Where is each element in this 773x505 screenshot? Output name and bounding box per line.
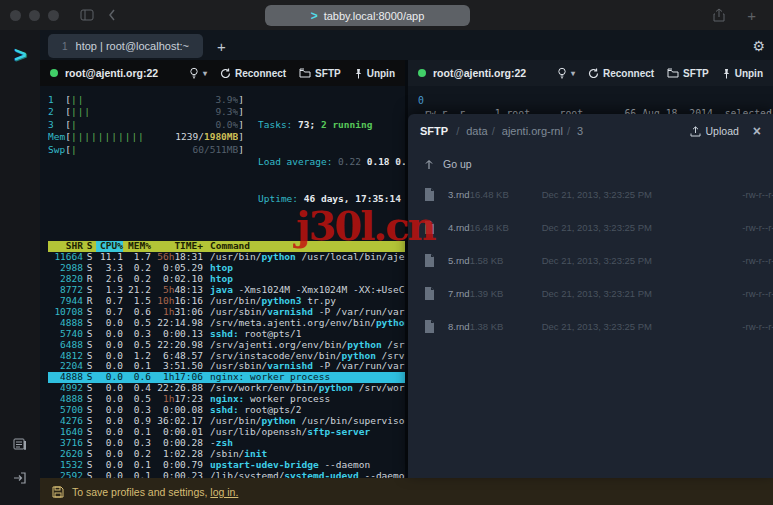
- terminal-pane-right: root@ajenti.org:22 ▾ Reconnect: [408, 60, 773, 478]
- breadcrumb-segment[interactable]: data: [454, 125, 488, 137]
- close-window-icon[interactable]: [10, 10, 21, 21]
- tabby-app-window: > tabby.local:8000/app + > 1: [0, 0, 773, 505]
- htop-process-row[interactable]: 2988 S 3.3 0.2 0:05.29 htop: [48, 263, 405, 274]
- htop-table-header[interactable]: SHR S CPU% MEM% TIME+ Command: [48, 241, 405, 252]
- new-tab-button[interactable]: +: [217, 38, 226, 55]
- htop-process-row[interactable]: 4888 S 0.0 0.6 1h17:06 nginx: worker pro…: [48, 372, 405, 383]
- tab-htop[interactable]: 1 htop | root@localhost:~: [48, 34, 203, 58]
- back-icon[interactable]: [108, 9, 116, 21]
- unpin-button[interactable]: Unpin: [354, 68, 395, 79]
- connection-status-icon: [50, 69, 58, 77]
- file-icon: [424, 221, 448, 234]
- terminal-pane-left: root@ajenti.org:22 ▾ Reconnect: [40, 60, 408, 478]
- htop-process-row[interactable]: 3716 S 0.0 0.3 0:00.28 -zsh: [48, 438, 405, 449]
- sftp-breadcrumb: dataajenti.org-rnl3: [454, 125, 585, 137]
- file-icon: [424, 287, 448, 300]
- cpu-meter: 2 [|||9.3%]: [48, 106, 244, 118]
- sign-in-icon[interactable]: [13, 471, 27, 489]
- sftp-panel: SFTP dataajenti.org-rnl3 Upload ×: [408, 114, 773, 478]
- htop-terminal[interactable]: 1 [||3.9%] 2 [|||9.3%] 3 [|0.0%] Mem[|||…: [40, 86, 405, 478]
- htop-process-row[interactable]: 5740 S 0.0 0.3 0:00.13 sshd: root@pts/1: [48, 329, 405, 340]
- save-floppy-icon: [52, 486, 64, 498]
- sftp-file-row[interactable]: 3.rnd 16.48 KB Dec 21, 2013, 3:23:25 PM …: [420, 178, 761, 211]
- close-icon[interactable]: ×: [753, 124, 761, 138]
- release-notes-icon[interactable]: [13, 437, 27, 455]
- login-banner: To save profiles and settings, log in.: [40, 478, 773, 505]
- htop-process-row[interactable]: 4888 S 0.0 0.5 22:14.98 /srv/meta.ajenti…: [48, 318, 405, 329]
- login-banner-text: To save profiles and settings, log in.: [72, 486, 238, 498]
- htop-process-row[interactable]: 2820 R 2.6 0.2 0:02.10 htop: [48, 274, 405, 285]
- connection-status-icon: [418, 69, 426, 77]
- app-sidebar: >: [0, 30, 40, 505]
- maximize-window-icon[interactable]: [48, 10, 59, 21]
- file-icon: [424, 188, 448, 201]
- sftp-file-row[interactable]: 4.rnd 16.48 KB Dec 21, 2013, 3:23:25 PM …: [420, 211, 761, 244]
- pane-header-right: root@ajenti.org:22 ▾ Reconnect: [408, 60, 773, 86]
- window-controls[interactable]: [10, 10, 59, 21]
- sftp-file-row[interactable]: 5.rnd 1.58 KB Dec 21, 2013, 3:23:25 PM -…: [420, 244, 761, 277]
- tab-title: htop | root@localhost:~: [76, 40, 189, 52]
- htop-cpu-meters: 1 [||3.9%] 2 [|||9.3%] 3 [|0.0%] Mem[|||…: [48, 94, 244, 230]
- share-icon[interactable]: [713, 8, 725, 22]
- file-icon: [424, 320, 448, 333]
- url-text: tabby.local:8000/app: [324, 10, 425, 22]
- htop-process-table: SHR S CPU% MEM% TIME+ Command 11664 S: [48, 241, 405, 478]
- htop-process-row[interactable]: 7944 R 0.7 1.5 10h16:16 /usr/bin/python3…: [48, 296, 405, 307]
- reconnect-button[interactable]: Reconnect: [220, 68, 286, 79]
- pane-host-label: root@ajenti.org:22: [433, 67, 526, 79]
- htop-process-row[interactable]: 8772 S 1.3 21.2 5h48:13 java -Xms1024M -…: [48, 285, 405, 296]
- tab-index: 1: [62, 41, 68, 52]
- htop-process-row[interactable]: 4276 S 0.0 0.9 36:02.17 /usr/bin/python …: [48, 416, 405, 427]
- chevron-down-icon: ▾: [203, 69, 207, 78]
- tabby-favicon: >: [311, 9, 318, 23]
- cpu-meter: 1 [||3.9%]: [48, 94, 244, 106]
- tabby-logo-icon: >: [14, 44, 27, 66]
- pane-header-left: root@ajenti.org:22 ▾ Reconnect: [40, 60, 405, 86]
- toggle-sidebar-icon[interactable]: [80, 9, 94, 21]
- htop-process-row[interactable]: 2204 S 0.0 0.1 3:51.50 /usr/sbin/varnish…: [48, 361, 405, 372]
- unpin-button[interactable]: Unpin: [722, 68, 763, 79]
- htop-process-row[interactable]: 6488 S 0.0 0.5 22:20.98 /srv/ajenti.org/…: [48, 340, 405, 351]
- breadcrumb-segment[interactable]: 3: [565, 125, 583, 137]
- new-browser-tab-icon[interactable]: +: [747, 7, 756, 24]
- htop-process-row[interactable]: 4888 S 0.0 0.5 1h17:23 nginx: worker pro…: [48, 394, 405, 405]
- arrow-up-icon: [424, 159, 434, 170]
- htop-process-row[interactable]: 2620 S 0.0 0.2 1:02.28 /sbin/init: [48, 449, 405, 460]
- htop-process-row[interactable]: 1640 S 0.0 0.1 0:00.01 /usr/lib/openssh/…: [48, 427, 405, 438]
- upload-button[interactable]: Upload: [690, 125, 739, 137]
- swap-meter: Swp[|60/511MB]: [48, 144, 244, 156]
- htop-process-row[interactable]: 1532 S 0.0 0.1 0:00.79 upstart-udev-brid…: [48, 460, 405, 471]
- sftp-panel-title: SFTP: [420, 125, 448, 137]
- file-icon: [424, 254, 448, 267]
- chevron-down-icon: ▾: [571, 69, 575, 78]
- minimize-window-icon[interactable]: [29, 10, 40, 21]
- memory-meter: Mem[|||||||||||1239/1980MB]: [48, 131, 244, 143]
- htop-process-row[interactable]: 11664 S 11.1 1.7 56h18:31 /usr/bin/pytho…: [48, 252, 405, 263]
- suggestions-bulb-button[interactable]: ▾: [557, 67, 575, 79]
- suggestions-bulb-button[interactable]: ▾: [189, 67, 207, 79]
- sftp-file-list: 3.rnd 16.48 KB Dec 21, 2013, 3:23:25 PM …: [420, 178, 761, 343]
- sftp-file-row[interactable]: 7.rnd 1.39 KB Dec 21, 2013, 3:23:21 PM -…: [420, 277, 761, 310]
- reconnect-button[interactable]: Reconnect: [588, 68, 654, 79]
- address-bar[interactable]: > tabby.local:8000/app: [265, 5, 470, 26]
- log-in-link[interactable]: log in.: [210, 486, 238, 498]
- htop-process-row[interactable]: 4992 S 0.0 0.4 22:26.88 /srv/workr/env/b…: [48, 383, 405, 394]
- htop-process-row[interactable]: 2592 S 0.0 0.1 0:00.23 /lib/systemd/syst…: [48, 471, 405, 479]
- settings-gear-icon[interactable]: ⚙: [752, 38, 765, 54]
- sftp-button[interactable]: SFTP: [667, 68, 709, 79]
- cpu-meter: 3 [|0.0%]: [48, 119, 244, 131]
- breadcrumb-segment[interactable]: ajenti.org-rnl: [490, 125, 563, 137]
- pane-host-label: root@ajenti.org:22: [65, 67, 158, 79]
- htop-stats: Tasks: 73; 2 running Load average: 0.22 …: [258, 94, 405, 230]
- go-up-row[interactable]: Go up: [424, 158, 761, 170]
- sftp-button[interactable]: SFTP: [299, 68, 341, 79]
- htop-process-row[interactable]: 4812 S 0.0 1.2 6:48.57 /srv/instacode/en…: [48, 351, 405, 362]
- sftp-file-row[interactable]: 8.rnd 1.38 KB Dec 21, 2013, 3:23:25 PM -…: [420, 310, 761, 343]
- htop-process-row[interactable]: 5700 S 0.0 0.3 0:00.08 sshd: root@pts/2: [48, 405, 405, 416]
- tab-bar: 1 htop | root@localhost:~ + ⚙: [40, 30, 773, 60]
- browser-chrome: > tabby.local:8000/app +: [0, 0, 773, 30]
- htop-process-row[interactable]: 10708 S 0.7 0.6 1h31:06 /usr/sbin/varnis…: [48, 307, 405, 318]
- terminal-line: 0: [418, 94, 773, 107]
